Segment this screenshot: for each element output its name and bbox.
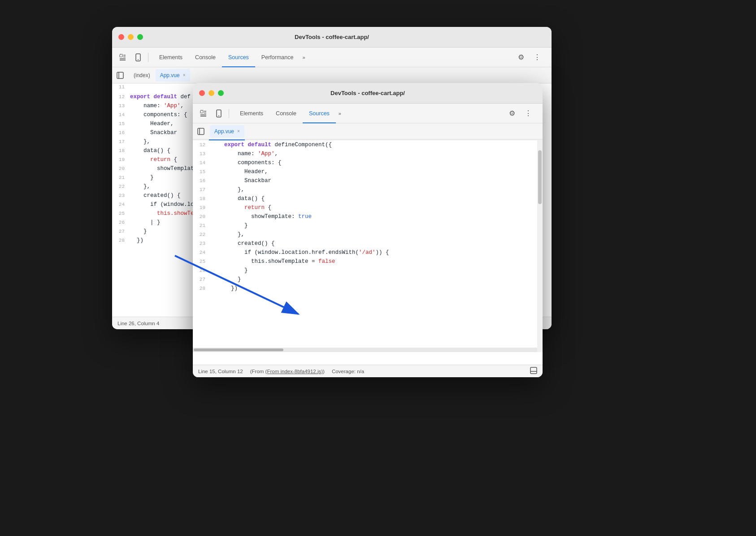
- scrollbar-thumb-front: [538, 150, 542, 204]
- minimize-button-front[interactable]: [209, 90, 214, 96]
- file-tab-appvue-back[interactable]: App.vue ×: [156, 69, 190, 82]
- file-tabs-back: (index) App.vue ×: [112, 67, 552, 83]
- maximize-button-back[interactable]: [137, 34, 143, 40]
- inspect-icon-front[interactable]: [196, 106, 211, 121]
- drawer-icon-front[interactable]: [530, 367, 537, 375]
- code-line: 17 },: [193, 185, 543, 194]
- svg-point-7: [218, 115, 219, 116]
- line-number: 16: [112, 129, 130, 137]
- toolbar-back: Elements Console Sources Performance » ⚙…: [112, 48, 552, 67]
- toolbar-right-back: ⚙ ⋮: [514, 50, 548, 65]
- line-number: 23: [193, 240, 211, 248]
- file-tab-close-front[interactable]: ×: [237, 129, 240, 134]
- line-content: },: [211, 185, 543, 194]
- line-number: 14: [193, 159, 211, 167]
- toolbar-separator: [148, 53, 148, 62]
- h-scrollbar-front[interactable]: [193, 348, 537, 352]
- tab-elements-back[interactable]: Elements: [153, 48, 189, 67]
- toolbar-right-front: ⚙ ⋮: [505, 106, 539, 121]
- line-number: 15: [112, 120, 130, 128]
- code-line: 23 created() {: [193, 239, 543, 248]
- line-number: 12: [193, 141, 211, 149]
- code-line: 12 export default defineComponent({: [193, 140, 543, 149]
- line-number: 27: [112, 228, 130, 236]
- sidebar-toggle-front[interactable]: [195, 125, 207, 138]
- code-line: 13 name: 'App',: [193, 149, 543, 158]
- titlebar-front: DevTools - coffee-cart.app/: [193, 83, 543, 104]
- status-position-front: Line 15, Column 12: [198, 369, 243, 374]
- code-line: 20 showTemplate: true: [193, 212, 543, 221]
- line-number: 13: [112, 102, 130, 110]
- status-coverage-front: Coverage: n/a: [332, 369, 364, 374]
- file-tab-appvue-front[interactable]: App.vue ×: [210, 125, 244, 138]
- line-content: Snackbar: [211, 176, 543, 185]
- status-bar-front: Line 15, Column 12 (From (From index-8bf…: [193, 365, 543, 377]
- tab-console-front[interactable]: Console: [269, 104, 303, 123]
- tab-console-back[interactable]: Console: [189, 48, 222, 67]
- maximize-button-front[interactable]: [218, 90, 224, 96]
- nav-tabs-back: Elements Console Sources Performance »: [151, 48, 513, 67]
- code-content-front: 12 export default defineComponent({13 na…: [193, 140, 543, 293]
- file-tabs-front: App.vue ×: [193, 123, 543, 139]
- more-icon-front[interactable]: ⋮: [521, 106, 535, 121]
- source-link-front[interactable]: (From index-8bfa4912.js): [265, 369, 323, 374]
- line-number: 15: [193, 168, 211, 176]
- line-content: }: [211, 221, 543, 230]
- settings-icon-front[interactable]: ⚙: [505, 106, 519, 121]
- scrollbar-front[interactable]: [537, 140, 543, 352]
- line-number: 19: [112, 156, 130, 164]
- tab-more-back[interactable]: »: [300, 53, 308, 62]
- inspect-icon[interactable]: [116, 50, 130, 65]
- settings-icon-back[interactable]: ⚙: [514, 50, 528, 65]
- line-content: export default defineComponent({: [211, 140, 543, 149]
- line-content: },: [211, 230, 543, 239]
- file-tab-index[interactable]: (index): [129, 69, 155, 82]
- line-number: 19: [193, 204, 211, 212]
- tab-performance-back[interactable]: Performance: [255, 48, 300, 67]
- line-number: 17: [193, 186, 211, 194]
- window-controls-back: [118, 34, 143, 40]
- toolbar-separator-front: [229, 109, 229, 118]
- minimize-button-back[interactable]: [128, 34, 134, 40]
- line-number: 12: [112, 93, 130, 101]
- file-tab-close-back[interactable]: ×: [183, 73, 186, 78]
- device-icon[interactable]: [131, 50, 145, 65]
- titlebar-back: DevTools - coffee-cart.app/: [112, 27, 552, 48]
- code-line: 27 }: [193, 275, 543, 284]
- code-line: 14 components: {: [193, 158, 543, 167]
- line-number: 16: [193, 177, 211, 185]
- line-number: 24: [112, 201, 130, 209]
- line-content: Header,: [211, 167, 543, 176]
- code-wrapper-front: 12 export default defineComponent({13 na…: [193, 140, 543, 365]
- close-button-front[interactable]: [199, 90, 205, 96]
- line-number: 22: [193, 231, 211, 239]
- line-content: showTemplate: true: [211, 212, 543, 221]
- toolbar-front: Elements Console Sources » ⚙ ⋮: [193, 104, 543, 123]
- line-content: if (window.location.href.endsWith('/ad')…: [211, 248, 543, 257]
- window-controls-front: [199, 90, 224, 96]
- line-content: return {: [211, 203, 543, 212]
- close-button-back[interactable]: [118, 34, 124, 40]
- code-line: 15 Header,: [193, 167, 543, 176]
- svg-rect-5: [200, 110, 203, 113]
- line-number: 26: [112, 219, 130, 227]
- line-number: 21: [112, 174, 130, 182]
- tab-sources-back[interactable]: Sources: [222, 48, 255, 67]
- sidebar-toggle-back[interactable]: [114, 69, 126, 82]
- code-line: 16 Snackbar: [193, 176, 543, 185]
- devtools-window-front: DevTools - coffee-cart.app/ Elements Con…: [193, 83, 543, 377]
- code-line: 18 data() {: [193, 194, 543, 203]
- svg-rect-3: [117, 72, 123, 78]
- tab-more-front[interactable]: »: [336, 109, 344, 118]
- window-title-back: DevTools - coffee-cart.app/: [295, 34, 369, 40]
- line-number: 20: [193, 213, 211, 221]
- tab-sources-front[interactable]: Sources: [303, 104, 336, 123]
- file-tab-appvue-label-front: App.vue: [214, 128, 234, 135]
- tab-elements-front[interactable]: Elements: [234, 104, 269, 123]
- line-number: 13: [193, 150, 211, 158]
- more-icon-back[interactable]: ⋮: [530, 50, 544, 65]
- svg-rect-8: [198, 128, 204, 135]
- code-line: 28 }): [193, 284, 543, 293]
- code-area-front: 12 export default defineComponent({13 na…: [193, 140, 543, 365]
- device-icon-front[interactable]: [212, 106, 226, 121]
